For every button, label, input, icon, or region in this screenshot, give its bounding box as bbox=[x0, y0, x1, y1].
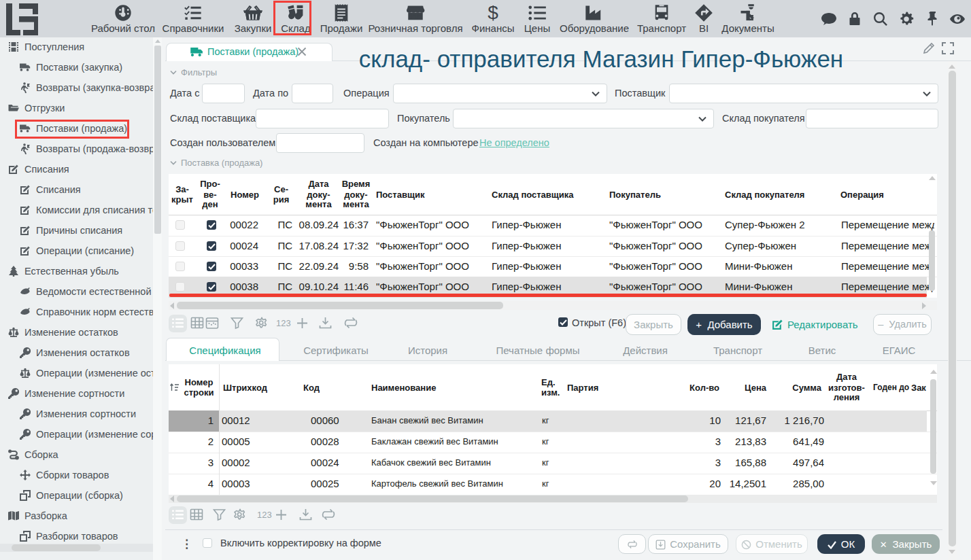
svg-text:$: $ bbox=[488, 3, 498, 22]
